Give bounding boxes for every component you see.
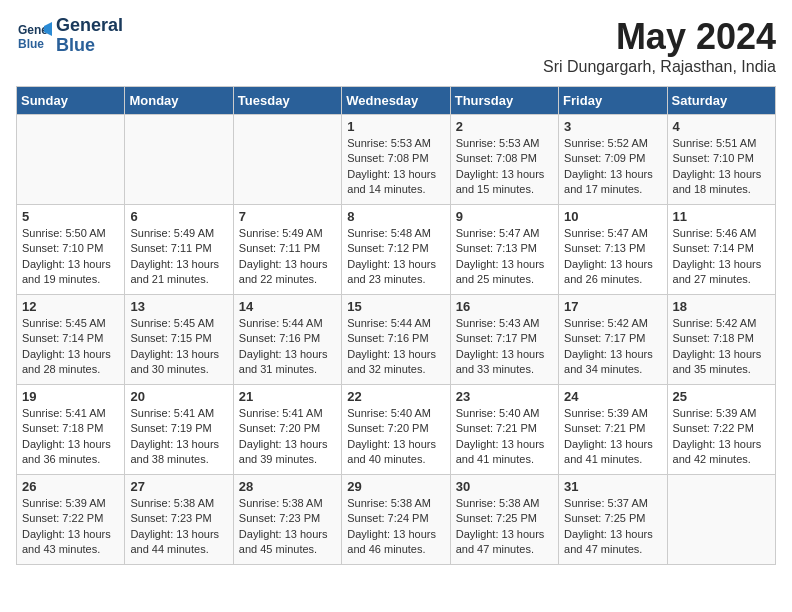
calendar-cell: 11Sunrise: 5:46 AMSunset: 7:14 PMDayligh… (667, 205, 775, 295)
daylight-text: Daylight: 13 hours and 34 minutes. (564, 348, 653, 375)
day-number: 2 (456, 119, 553, 134)
sunrise-text: Sunrise: 5:42 AM (564, 317, 648, 329)
weekday-header-saturday: Saturday (667, 87, 775, 115)
day-info: Sunrise: 5:39 AMSunset: 7:22 PMDaylight:… (22, 496, 119, 558)
sunset-text: Sunset: 7:19 PM (130, 422, 211, 434)
daylight-text: Daylight: 13 hours and 41 minutes. (564, 438, 653, 465)
day-number: 24 (564, 389, 661, 404)
sunrise-text: Sunrise: 5:39 AM (22, 497, 106, 509)
day-info: Sunrise: 5:45 AMSunset: 7:14 PMDaylight:… (22, 316, 119, 378)
day-number: 10 (564, 209, 661, 224)
day-number: 5 (22, 209, 119, 224)
day-number: 1 (347, 119, 444, 134)
sunrise-text: Sunrise: 5:42 AM (673, 317, 757, 329)
day-number: 17 (564, 299, 661, 314)
calendar-cell: 19Sunrise: 5:41 AMSunset: 7:18 PMDayligh… (17, 385, 125, 475)
sunset-text: Sunset: 7:20 PM (239, 422, 320, 434)
calendar-header: SundayMondayTuesdayWednesdayThursdayFrid… (17, 87, 776, 115)
day-number: 20 (130, 389, 227, 404)
sunrise-text: Sunrise: 5:49 AM (130, 227, 214, 239)
sunset-text: Sunset: 7:22 PM (22, 512, 103, 524)
day-info: Sunrise: 5:48 AMSunset: 7:12 PMDaylight:… (347, 226, 444, 288)
daylight-text: Daylight: 13 hours and 47 minutes. (456, 528, 545, 555)
day-number: 9 (456, 209, 553, 224)
sunrise-text: Sunrise: 5:38 AM (347, 497, 431, 509)
daylight-text: Daylight: 13 hours and 38 minutes. (130, 438, 219, 465)
day-info: Sunrise: 5:53 AMSunset: 7:08 PMDaylight:… (347, 136, 444, 198)
day-info: Sunrise: 5:38 AMSunset: 7:24 PMDaylight:… (347, 496, 444, 558)
daylight-text: Daylight: 13 hours and 43 minutes. (22, 528, 111, 555)
sunset-text: Sunset: 7:18 PM (673, 332, 754, 344)
calendar-cell: 14Sunrise: 5:44 AMSunset: 7:16 PMDayligh… (233, 295, 341, 385)
calendar-cell: 12Sunrise: 5:45 AMSunset: 7:14 PMDayligh… (17, 295, 125, 385)
daylight-text: Daylight: 13 hours and 23 minutes. (347, 258, 436, 285)
weekday-header-row: SundayMondayTuesdayWednesdayThursdayFrid… (17, 87, 776, 115)
daylight-text: Daylight: 13 hours and 18 minutes. (673, 168, 762, 195)
daylight-text: Daylight: 13 hours and 40 minutes. (347, 438, 436, 465)
day-info: Sunrise: 5:43 AMSunset: 7:17 PMDaylight:… (456, 316, 553, 378)
sunset-text: Sunset: 7:15 PM (130, 332, 211, 344)
day-number: 19 (22, 389, 119, 404)
calendar-cell: 21Sunrise: 5:41 AMSunset: 7:20 PMDayligh… (233, 385, 341, 475)
calendar-cell: 26Sunrise: 5:39 AMSunset: 7:22 PMDayligh… (17, 475, 125, 565)
day-info: Sunrise: 5:39 AMSunset: 7:22 PMDaylight:… (673, 406, 770, 468)
daylight-text: Daylight: 13 hours and 46 minutes. (347, 528, 436, 555)
sunrise-text: Sunrise: 5:40 AM (456, 407, 540, 419)
sunset-text: Sunset: 7:17 PM (456, 332, 537, 344)
title-block: May 2024 Sri Dungargarh, Rajasthan, Indi… (543, 16, 776, 76)
sunset-text: Sunset: 7:24 PM (347, 512, 428, 524)
sunrise-text: Sunrise: 5:46 AM (673, 227, 757, 239)
sunrise-text: Sunrise: 5:41 AM (22, 407, 106, 419)
calendar-body: 1Sunrise: 5:53 AMSunset: 7:08 PMDaylight… (17, 115, 776, 565)
daylight-text: Daylight: 13 hours and 42 minutes. (673, 438, 762, 465)
calendar-cell: 17Sunrise: 5:42 AMSunset: 7:17 PMDayligh… (559, 295, 667, 385)
weekday-header-wednesday: Wednesday (342, 87, 450, 115)
sunrise-text: Sunrise: 5:44 AM (239, 317, 323, 329)
daylight-text: Daylight: 13 hours and 39 minutes. (239, 438, 328, 465)
day-number: 7 (239, 209, 336, 224)
weekday-header-friday: Friday (559, 87, 667, 115)
sunset-text: Sunset: 7:21 PM (564, 422, 645, 434)
weekday-header-thursday: Thursday (450, 87, 558, 115)
day-info: Sunrise: 5:42 AMSunset: 7:18 PMDaylight:… (673, 316, 770, 378)
sunrise-text: Sunrise: 5:49 AM (239, 227, 323, 239)
sunset-text: Sunset: 7:11 PM (239, 242, 320, 254)
calendar-cell: 22Sunrise: 5:40 AMSunset: 7:20 PMDayligh… (342, 385, 450, 475)
calendar-cell: 6Sunrise: 5:49 AMSunset: 7:11 PMDaylight… (125, 205, 233, 295)
calendar-cell: 8Sunrise: 5:48 AMSunset: 7:12 PMDaylight… (342, 205, 450, 295)
day-number: 15 (347, 299, 444, 314)
day-number: 18 (673, 299, 770, 314)
day-number: 26 (22, 479, 119, 494)
calendar-week-4: 19Sunrise: 5:41 AMSunset: 7:18 PMDayligh… (17, 385, 776, 475)
day-number: 25 (673, 389, 770, 404)
sunset-text: Sunset: 7:17 PM (564, 332, 645, 344)
day-number: 31 (564, 479, 661, 494)
day-info: Sunrise: 5:47 AMSunset: 7:13 PMDaylight:… (564, 226, 661, 288)
daylight-text: Daylight: 13 hours and 45 minutes. (239, 528, 328, 555)
day-number: 22 (347, 389, 444, 404)
day-number: 3 (564, 119, 661, 134)
calendar-cell: 7Sunrise: 5:49 AMSunset: 7:11 PMDaylight… (233, 205, 341, 295)
logo-text-blue: Blue (56, 36, 123, 56)
sunset-text: Sunset: 7:23 PM (130, 512, 211, 524)
location-title: Sri Dungargarh, Rajasthan, India (543, 58, 776, 76)
daylight-text: Daylight: 13 hours and 25 minutes. (456, 258, 545, 285)
sunrise-text: Sunrise: 5:38 AM (456, 497, 540, 509)
sunset-text: Sunset: 7:13 PM (564, 242, 645, 254)
calendar-cell: 9Sunrise: 5:47 AMSunset: 7:13 PMDaylight… (450, 205, 558, 295)
sunset-text: Sunset: 7:09 PM (564, 152, 645, 164)
day-number: 14 (239, 299, 336, 314)
sunrise-text: Sunrise: 5:47 AM (456, 227, 540, 239)
calendar-week-5: 26Sunrise: 5:39 AMSunset: 7:22 PMDayligh… (17, 475, 776, 565)
day-info: Sunrise: 5:42 AMSunset: 7:17 PMDaylight:… (564, 316, 661, 378)
day-info: Sunrise: 5:41 AMSunset: 7:20 PMDaylight:… (239, 406, 336, 468)
day-info: Sunrise: 5:49 AMSunset: 7:11 PMDaylight:… (239, 226, 336, 288)
day-info: Sunrise: 5:45 AMSunset: 7:15 PMDaylight:… (130, 316, 227, 378)
day-info: Sunrise: 5:41 AMSunset: 7:18 PMDaylight:… (22, 406, 119, 468)
sunset-text: Sunset: 7:08 PM (456, 152, 537, 164)
calendar-cell (17, 115, 125, 205)
logo-icon: General Blue (16, 18, 52, 54)
calendar-cell: 30Sunrise: 5:38 AMSunset: 7:25 PMDayligh… (450, 475, 558, 565)
day-number: 23 (456, 389, 553, 404)
sunrise-text: Sunrise: 5:47 AM (564, 227, 648, 239)
